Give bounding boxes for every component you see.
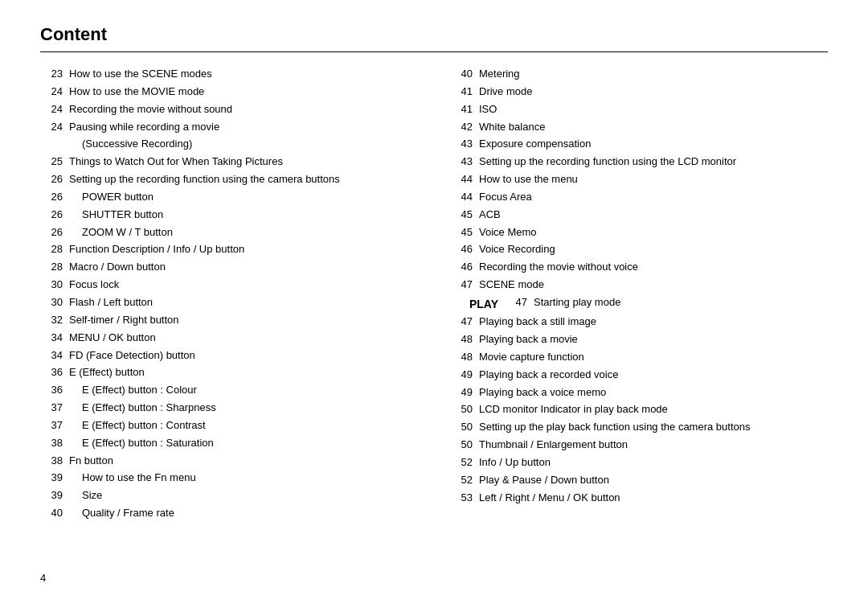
- list-item: 36E (Effect) button: [40, 365, 418, 380]
- item-label: E (Effect) button : Contrast: [69, 418, 418, 434]
- item-number: 42: [450, 120, 473, 135]
- item-label: Drive mode: [479, 84, 828, 100]
- list-item: 24Pausing while recording a movie: [40, 120, 418, 135]
- item-number: 26: [40, 172, 63, 187]
- item-number: 28: [40, 242, 63, 257]
- list-item: 44How to use the menu: [450, 172, 828, 187]
- item-label: Things to Watch Out for When Taking Pict…: [69, 154, 418, 170]
- item-label: SCENE mode: [479, 277, 828, 293]
- list-item: 39Size: [40, 488, 418, 503]
- item-number: 36: [40, 383, 63, 398]
- item-number: 45: [450, 208, 473, 223]
- item-number: 37: [40, 418, 63, 434]
- item-number: 46: [450, 242, 473, 257]
- item-label: Playing back a movie: [479, 332, 828, 347]
- item-label: Playing back a still image: [479, 314, 828, 330]
- item-label: Focus Area: [479, 190, 828, 205]
- item-number: 26: [40, 225, 63, 240]
- item-label: FD (Face Detection) button: [69, 348, 418, 364]
- item-number: 38: [40, 436, 63, 451]
- item-number: 37: [40, 401, 63, 416]
- item-label: Info / Up button: [479, 455, 828, 471]
- list-item: 39How to use the Fn menu: [40, 471, 418, 486]
- item-number: 49: [450, 368, 473, 383]
- item-label: Macro / Down button: [69, 260, 418, 275]
- item-label: ISO: [479, 102, 828, 117]
- item-number: 43: [450, 154, 473, 170]
- list-item: 40Metering: [450, 67, 828, 82]
- item-label: How to use the SCENE modes: [69, 67, 418, 82]
- list-item: 44Focus Area: [450, 190, 828, 205]
- list-item: 30Focus lock: [40, 277, 418, 293]
- item-number: 44: [450, 172, 473, 187]
- item-label: Left / Right / Menu / OK button: [479, 491, 828, 506]
- item-number: 50: [450, 420, 473, 435]
- item-label: Setting up the play back function using …: [479, 420, 828, 435]
- list-item: 26ZOOM W / T button: [40, 225, 418, 240]
- list-item: 36E (Effect) button : Colour: [40, 383, 418, 398]
- list-item: 28Function Description / Info / Up butto…: [40, 242, 418, 257]
- item-label: Fn button: [69, 454, 418, 469]
- list-item: 50Thumbnail / Enlargement button: [450, 438, 828, 453]
- item-number: 34: [40, 331, 63, 346]
- item-label: Exposure compensation: [479, 137, 828, 152]
- item-label: Playing back a recorded voice: [479, 368, 828, 383]
- item-label: Play & Pause / Down button: [479, 473, 828, 488]
- item-label: MENU / OK button: [69, 331, 418, 346]
- item-label: Size: [69, 488, 418, 503]
- item-number: 24: [40, 84, 63, 100]
- item-number: 40: [40, 506, 63, 521]
- item-number: 52: [450, 455, 473, 471]
- list-item: 24How to use the MOVIE mode: [40, 84, 418, 100]
- item-label: (Successive Recording): [69, 137, 418, 152]
- item-label: ZOOM W / T button: [69, 225, 418, 240]
- list-item: 30Flash / Left button: [40, 295, 418, 310]
- list-item: 24Recording the movie without sound: [40, 102, 418, 117]
- item-number: 40: [450, 67, 473, 82]
- item-number: 47: [505, 295, 527, 312]
- item-number: 24: [40, 120, 63, 135]
- item-number: 23: [40, 67, 63, 82]
- list-item: 26SHUTTER button: [40, 208, 418, 223]
- item-label: Quality / Frame rate: [69, 506, 418, 521]
- right-column: 40Metering41Drive mode41ISO42White balan…: [450, 67, 828, 524]
- item-number: 53: [450, 491, 473, 506]
- list-item: 52Play & Pause / Down button: [450, 473, 828, 488]
- item-number: 25: [40, 154, 63, 170]
- item-label: E (Effect) button : Sharpness: [69, 401, 418, 416]
- item-number: 43: [450, 137, 473, 152]
- item-number: 26: [40, 190, 63, 205]
- item-label: LCD monitor Indicator in play back mode: [479, 402, 828, 417]
- list-item: 37E (Effect) button : Sharpness: [40, 401, 418, 416]
- list-item: 38Fn button: [40, 454, 418, 469]
- item-number: 24: [40, 102, 63, 117]
- list-item: 32Self-timer / Right button: [40, 313, 418, 328]
- item-number: 30: [40, 295, 63, 310]
- item-label: Metering: [479, 67, 828, 82]
- item-number: 41: [450, 102, 473, 117]
- list-item: 49Playing back a recorded voice: [450, 368, 828, 383]
- left-column: 23How to use the SCENE modes24How to use…: [40, 67, 418, 524]
- item-label: Movie capture function: [479, 350, 828, 365]
- item-label: Starting play mode: [534, 295, 828, 312]
- list-item: 48Playing back a movie: [450, 332, 828, 347]
- item-number: 47: [450, 314, 473, 330]
- list-item: 28Macro / Down button: [40, 260, 418, 275]
- item-label: How to use the Fn menu: [69, 471, 418, 486]
- page-number: 4: [40, 572, 46, 584]
- list-item: 53Left / Right / Menu / OK button: [450, 491, 828, 506]
- list-item: 42White balance: [450, 120, 828, 135]
- item-label: Playing back a voice memo: [479, 385, 828, 401]
- item-number: 28: [40, 260, 63, 275]
- list-item: (Successive Recording): [40, 137, 418, 152]
- item-label: SHUTTER button: [69, 208, 418, 223]
- list-item: 50Setting up the play back function usin…: [450, 420, 828, 435]
- item-label: Recording the movie without voice: [479, 260, 828, 275]
- item-label: ACB: [479, 208, 828, 223]
- list-item: 45ACB: [450, 208, 828, 223]
- play-label: PLAY: [450, 295, 498, 312]
- list-item: 41Drive mode: [450, 84, 828, 100]
- item-number: [40, 137, 63, 152]
- item-number: 44: [450, 190, 473, 205]
- list-item: PLAY47Starting play mode: [450, 295, 828, 312]
